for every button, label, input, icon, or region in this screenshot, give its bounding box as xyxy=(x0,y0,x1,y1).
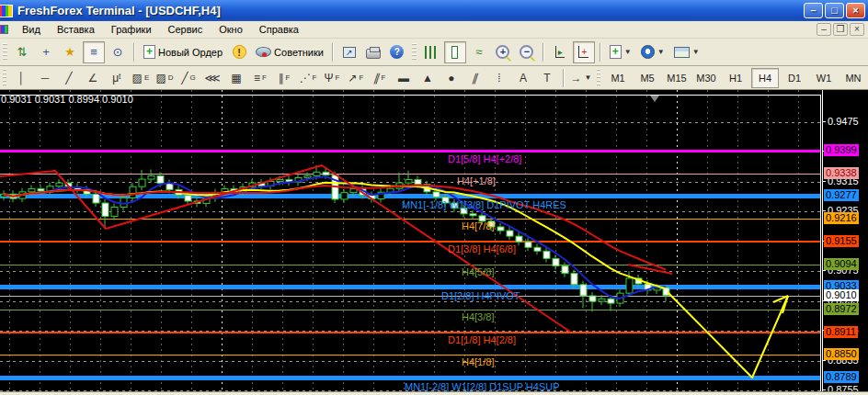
help-button[interactable]: ? xyxy=(386,41,408,63)
help-icon: ? xyxy=(390,45,404,59)
price-level-badge: 0.9155 xyxy=(824,235,859,247)
fullscreen-button[interactable]: ↗ xyxy=(338,41,360,63)
ellipse-icon: ● xyxy=(448,72,454,85)
text-label-button[interactable]: T xyxy=(536,68,558,88)
drawing-toolbar: │─╱∠μᵗ▨E▨D╱G⋘▦≡F∥F⋰FΨF↗F∥F▬▲●∥⦙AT→▼M1M5M… xyxy=(0,66,868,90)
timeframe-MN[interactable]: MN xyxy=(839,68,867,88)
timeframe-M5[interactable]: M5 xyxy=(634,68,661,88)
fibo-retracement-sub-label: F xyxy=(262,73,267,82)
fibo-fan-button[interactable]: ⋰F xyxy=(297,68,319,88)
menu-bar: ВидВставкаГрафикиСервисОкноСправка – ❐ × xyxy=(0,21,868,39)
text-icon: A xyxy=(520,72,527,85)
price-level-badge: 0.9277 xyxy=(824,189,859,201)
parallel-lines-icon: ∥ xyxy=(471,72,481,85)
mdi-minimize-button[interactable]: – xyxy=(817,23,831,36)
close-button[interactable]: × xyxy=(846,3,865,18)
parallel-lines-button[interactable]: ∥ xyxy=(464,68,486,88)
gann-grid-button[interactable]: ▦ xyxy=(225,68,247,88)
timeframe-M15[interactable]: M15 xyxy=(663,68,691,88)
menu-item-Сервис[interactable]: Сервис xyxy=(160,22,211,37)
ellipse-button[interactable]: ● xyxy=(440,68,463,88)
crosshair-button[interactable]: + xyxy=(35,41,57,63)
profiles-icon: ★ xyxy=(64,45,75,59)
menu-item-Графики[interactable]: Графики xyxy=(103,22,160,37)
toolbar-grip[interactable] xyxy=(3,43,7,62)
profiles-button[interactable]: ★ xyxy=(59,41,81,63)
timeframe-W1[interactable]: W1 xyxy=(810,68,838,88)
level-label: H4[5/8] xyxy=(462,266,494,277)
minimize-button[interactable]: – xyxy=(804,3,823,18)
menu-item-Вид[interactable]: Вид xyxy=(14,22,49,37)
new-order-icon: + xyxy=(143,45,155,59)
price-level-badge: 0.9399 xyxy=(824,144,859,156)
fibo-timezones-icon: ∥ xyxy=(279,72,284,85)
strategy-tester-button[interactable]: ⊙ xyxy=(107,41,129,63)
fullscreen-icon: ↗ xyxy=(343,47,356,58)
fibo-retracement-button[interactable]: ≡F xyxy=(249,68,271,88)
maximize-button[interactable]: □ xyxy=(825,3,844,18)
level-label: H4[3/8] xyxy=(462,311,494,322)
menu-item-Справка[interactable]: Справка xyxy=(251,22,307,37)
market-watch-button[interactable]: ≡ xyxy=(83,41,105,63)
level-label: D1[3/8] H4[6/8] xyxy=(448,243,516,254)
horizontal-line-button[interactable]: ─ xyxy=(34,68,56,88)
menu-item-Окно[interactable]: Окно xyxy=(211,22,251,37)
fibo-timezones-sub-label: F xyxy=(286,73,291,82)
level-label: H4[1/8] xyxy=(462,356,494,367)
zoom-in-button[interactable]: + xyxy=(492,41,514,63)
window-title: FreshForex Terminal - [USDCHF,H4] xyxy=(17,4,221,17)
text-button[interactable]: A xyxy=(512,68,534,88)
timeframe-M1[interactable]: M1 xyxy=(604,68,632,88)
mdi-restore-button[interactable]: ❐ xyxy=(833,23,848,36)
new-chart-arrows-button[interactable]: ⇅ xyxy=(11,41,33,63)
timeframe-H4[interactable]: H4 xyxy=(751,68,779,88)
chart-area[interactable]: 0.9031 0.9031 0.8994 0.9010 D1[5/8] H4[+… xyxy=(0,90,868,391)
print-button[interactable] xyxy=(362,41,384,63)
timeframe-H1[interactable]: H1 xyxy=(722,68,749,88)
expert-advisors-button[interactable]: Советники xyxy=(252,41,327,63)
stddev-channel-button[interactable]: ▨D xyxy=(154,68,176,88)
experts-warning-icon: ! xyxy=(233,45,246,59)
vertical-line-button[interactable]: │ xyxy=(10,68,32,88)
toolbar-separator xyxy=(133,43,135,62)
templates-button[interactable]: ▼ xyxy=(670,41,703,63)
fibo-channel-button[interactable]: ∥F xyxy=(369,68,391,88)
toolbar-grip[interactable] xyxy=(3,69,6,87)
fibo-channel-icon: ∥ xyxy=(371,72,382,85)
indicators-button[interactable]: +▼ xyxy=(606,41,635,63)
timeframe-M30[interactable]: M30 xyxy=(692,68,720,88)
fibo-timezones-button[interactable]: ∥F xyxy=(273,68,295,88)
zoom-out-button[interactable]: − xyxy=(516,41,538,63)
cycle-lines-button[interactable]: ⦙ xyxy=(488,68,510,88)
trendline-button[interactable]: ╱ xyxy=(58,68,80,88)
gann-fan-button[interactable]: ⋘ xyxy=(201,68,223,88)
zoom-in-icon: + xyxy=(496,45,509,59)
candlestick-mode-button[interactable] xyxy=(444,41,466,63)
menu-item-Вставка[interactable]: Вставка xyxy=(49,22,103,37)
triangle-button[interactable]: ▲ xyxy=(417,68,439,88)
fibo-channel-sub-label: F xyxy=(382,73,386,82)
gann-line-icon: ╱ xyxy=(181,72,188,85)
mdi-close-button[interactable]: × xyxy=(850,23,864,36)
periods-button[interactable]: ▼ xyxy=(637,41,668,63)
gann-line-button[interactable]: ╱G xyxy=(177,68,200,88)
line-chart-mode-button[interactable]: ≈ xyxy=(468,41,490,63)
timeframe-D1[interactable]: D1 xyxy=(781,68,808,88)
rectangle-button[interactable]: ▬ xyxy=(393,68,415,88)
andrews-pitchfork-button[interactable]: ΨF xyxy=(321,68,343,88)
equidistant-channel-button[interactable]: ▨E xyxy=(130,68,152,88)
regression-channel-button[interactable]: μᵗ xyxy=(106,68,128,88)
toolbar-grip xyxy=(597,69,600,87)
experts-warning-button[interactable]: ! xyxy=(228,41,250,63)
auto-scroll-button[interactable]: ▸ xyxy=(549,41,571,63)
price-chart[interactable] xyxy=(0,90,821,391)
andrews-pitchfork-icon: Ψ xyxy=(325,72,334,85)
arrows-button[interactable]: →▼ xyxy=(569,68,593,88)
bar-chart-mode-button[interactable] xyxy=(420,41,442,63)
fibo-expansion-button[interactable]: ↗F xyxy=(345,68,367,88)
price-axis[interactable]: 0.94750.93950.93150.92350.91550.90750.89… xyxy=(822,90,868,391)
trendline-angle-button[interactable]: ∠ xyxy=(82,68,104,88)
chart-mdi-icon xyxy=(0,25,8,34)
chart-shift-button[interactable]: + xyxy=(573,41,595,63)
new-order-button[interactable]: +Новый Ордер xyxy=(140,41,226,63)
